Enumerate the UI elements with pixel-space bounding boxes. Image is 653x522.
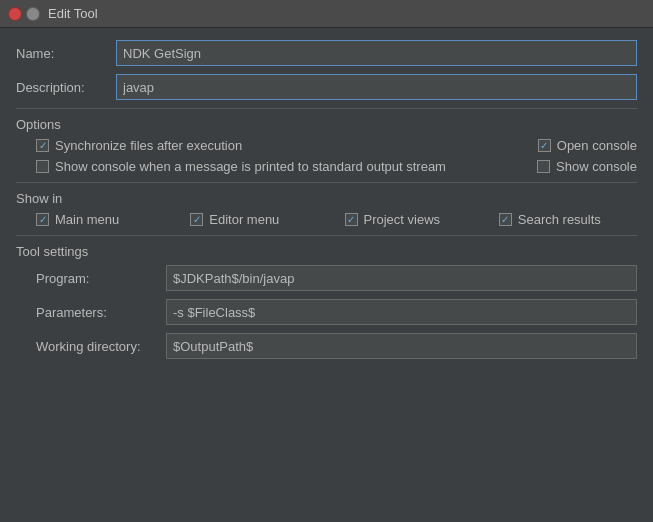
show-in-section: Show in Main menu Editor menu Project vi… (16, 191, 637, 227)
working-directory-row: Working directory: (36, 333, 637, 359)
open-console-checkbox[interactable] (538, 139, 551, 152)
description-label: Description: (16, 80, 116, 95)
show-console-msg-label: Show console when a message is printed t… (55, 159, 446, 174)
show-console-msg-group: Show console when a message is printed t… (36, 159, 537, 174)
divider-2 (16, 182, 637, 183)
options-row-1: Synchronize files after execution Open c… (16, 138, 637, 153)
show-in-project-views: Project views (345, 212, 483, 227)
program-row: Program: (36, 265, 637, 291)
tool-settings-label: Tool settings (16, 244, 637, 259)
description-row: Description: (16, 74, 637, 100)
description-input[interactable] (116, 74, 637, 100)
show-console-msg-checkbox[interactable] (36, 160, 49, 173)
title-bar: Edit Tool (0, 0, 653, 28)
parameters-input[interactable] (166, 299, 637, 325)
options-label: Options (16, 117, 637, 132)
show-in-items: Main menu Editor menu Project views Sear… (16, 212, 637, 227)
working-directory-input[interactable] (166, 333, 637, 359)
sync-files-checkbox[interactable] (36, 139, 49, 152)
tool-settings-body: Program: Parameters: Working directory: (16, 265, 637, 359)
program-input[interactable] (166, 265, 637, 291)
show-console-err-checkbox[interactable] (537, 160, 550, 173)
editor-menu-checkbox[interactable] (190, 213, 203, 226)
program-label: Program: (36, 271, 166, 286)
sync-files-label: Synchronize files after execution (55, 138, 242, 153)
name-label: Name: (16, 46, 116, 61)
show-in-main-menu: Main menu (36, 212, 174, 227)
name-input[interactable] (116, 40, 637, 66)
project-views-label: Project views (364, 212, 441, 227)
dialog-title: Edit Tool (48, 6, 98, 21)
show-console-err-group: Show console (537, 159, 637, 174)
main-menu-label: Main menu (55, 212, 119, 227)
sync-files-group: Synchronize files after execution (36, 138, 538, 153)
open-console-group: Open console (538, 138, 637, 153)
search-results-label: Search results (518, 212, 601, 227)
show-in-editor-menu: Editor menu (190, 212, 328, 227)
tool-settings-section: Tool settings Program: Parameters: Worki… (16, 244, 637, 359)
options-section: Options Synchronize files after executio… (16, 117, 637, 174)
options-row-2: Show console when a message is printed t… (16, 159, 637, 174)
project-views-checkbox[interactable] (345, 213, 358, 226)
working-directory-label: Working directory: (36, 339, 166, 354)
divider-1 (16, 108, 637, 109)
open-console-label: Open console (557, 138, 637, 153)
show-in-search-results: Search results (499, 212, 637, 227)
parameters-row: Parameters: (36, 299, 637, 325)
name-row: Name: (16, 40, 637, 66)
window-controls (8, 7, 40, 21)
dialog-body: Name: Description: Options Synchronize f… (0, 28, 653, 379)
divider-3 (16, 235, 637, 236)
minimize-button[interactable] (26, 7, 40, 21)
show-console-err-label: Show console (556, 159, 637, 174)
search-results-checkbox[interactable] (499, 213, 512, 226)
editor-menu-label: Editor menu (209, 212, 279, 227)
show-in-label: Show in (16, 191, 637, 206)
close-button[interactable] (8, 7, 22, 21)
main-menu-checkbox[interactable] (36, 213, 49, 226)
parameters-label: Parameters: (36, 305, 166, 320)
